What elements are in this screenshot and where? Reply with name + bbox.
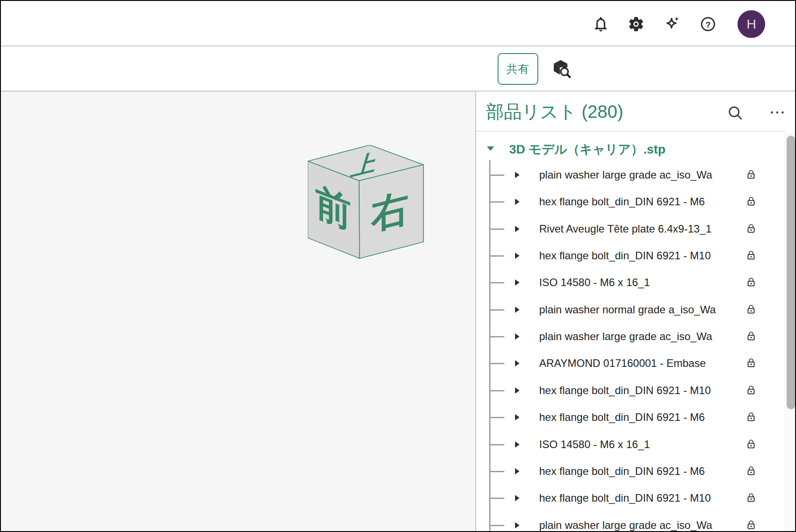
lock-icon[interactable]: [745, 276, 757, 288]
lock-icon[interactable]: [745, 223, 757, 235]
tree-row[interactable]: ISO 14580 - M6 x 16_1: [476, 431, 771, 458]
tree-row[interactable]: Rivet Aveugle Tête plate 6.4x9-13_1: [476, 216, 771, 242]
panel-count: (280): [582, 102, 623, 121]
help-icon[interactable]: ?: [699, 15, 717, 33]
lock-icon[interactable]: [745, 357, 757, 369]
expand-arrow-icon[interactable]: [515, 468, 519, 474]
lock-icon[interactable]: [745, 492, 757, 504]
expand-arrow-icon[interactable]: [515, 495, 519, 501]
tree-connector: [489, 282, 504, 283]
part-label: hex flange bolt_din_DIN 6921 - M10: [539, 249, 744, 264]
lock-icon[interactable]: [745, 411, 757, 423]
expand-arrow-icon[interactable]: [515, 279, 519, 286]
lock-icon[interactable]: [745, 249, 757, 262]
orientation-view-cube[interactable]: 上 前 右: [308, 145, 425, 259]
tree-connector: [489, 444, 504, 445]
tree-row[interactable]: plain washer normal grade a_iso_Wa: [476, 296, 771, 323]
settings-gear-icon[interactable]: [627, 15, 645, 33]
tree-connector: [489, 229, 504, 230]
tree-row[interactable]: hex flange bolt_din_DIN 6921 - M6: [476, 458, 771, 485]
lock-icon[interactable]: [745, 384, 757, 396]
tree-row[interactable]: plain washer large grade ac_iso_Wa: [476, 512, 771, 532]
tree-row[interactable]: hex flange bolt_din_DIN 6921 - M6: [476, 404, 771, 431]
tree-connector: [489, 201, 504, 203]
viewer-toolbar: 共有: [1, 46, 795, 91]
part-label: hex flange bolt_din_DIN 6921 - M6: [539, 465, 744, 479]
parts-list-panel: 部品リスト (280) 3D モデル（キャリア）.stp plain washe…: [476, 91, 796, 532]
panel-title: 部品リスト (280): [486, 100, 623, 124]
panel-title-text: 部品リスト: [486, 102, 577, 121]
tree-connector: [489, 525, 504, 526]
tree-row[interactable]: plain washer large grade ac_iso_Wa: [476, 162, 771, 188]
part-label: Rivet Aveugle Tête plate 6.4x9-13_1: [539, 223, 744, 237]
part-label: plain washer large grade ac_iso_Wa: [539, 519, 744, 532]
expand-arrow-icon[interactable]: [515, 172, 519, 178]
model-search-button[interactable]: [549, 58, 572, 80]
user-avatar[interactable]: H: [737, 10, 765, 38]
tree-row[interactable]: plain washer large grade ac_iso_Wa: [476, 323, 771, 350]
tree-row[interactable]: hex flange bolt_din_DIN 6921 - M10: [476, 377, 771, 404]
lock-icon[interactable]: [745, 465, 757, 477]
avatar-initial: H: [746, 17, 756, 32]
panel-scrollbar-thumb[interactable]: [787, 136, 795, 409]
panel-scrollbar-track[interactable]: [785, 133, 796, 532]
svg-text:?: ?: [705, 20, 711, 29]
cube-search-icon: [550, 58, 571, 79]
part-label: ARAYMOND 017160001 - Embase: [539, 357, 744, 371]
expand-arrow-icon[interactable]: [515, 307, 519, 313]
part-label: hex flange bolt_din_DIN 6921 - M6: [539, 195, 744, 210]
tree-connector: [489, 336, 504, 337]
ai-sparkle-icon[interactable]: [663, 15, 681, 33]
model-viewport[interactable]: 上 前 右: [1, 91, 476, 532]
lock-icon[interactable]: [745, 195, 757, 208]
lock-icon[interactable]: [745, 519, 757, 531]
expand-arrow-icon[interactable]: [515, 333, 519, 340]
part-label: ISO 14580 - M6 x 16_1: [539, 438, 744, 453]
lock-icon[interactable]: [745, 303, 757, 316]
tree-row[interactable]: hex flange bolt_din_DIN 6921 - M10: [476, 485, 771, 511]
tree-row[interactable]: hex flange bolt_din_DIN 6921 - M10: [476, 242, 771, 269]
share-button[interactable]: 共有: [498, 53, 538, 85]
tree-connector: [489, 363, 504, 364]
expand-arrow-icon[interactable]: [515, 253, 519, 259]
root-model-label: 3D モデル（キャリア）.stp: [509, 141, 666, 158]
expand-arrow-icon[interactable]: [515, 199, 519, 205]
lock-icon[interactable]: [745, 438, 757, 450]
tree-connector: [489, 417, 504, 418]
expand-arrow-icon[interactable]: [515, 522, 519, 528]
notifications-bell-icon[interactable]: [592, 15, 610, 33]
tree-row[interactable]: ISO 14580 - M6 x 16_1: [476, 269, 771, 296]
tree-connector: [489, 390, 504, 391]
tree-row[interactable]: hex flange bolt_din_DIN 6921 - M6: [476, 188, 771, 215]
panel-more-menu-icon[interactable]: [769, 108, 787, 116]
part-label: plain washer large grade ac_iso_Wa: [539, 169, 744, 183]
expand-arrow-icon[interactable]: [515, 360, 519, 366]
expand-arrow-icon[interactable]: [515, 414, 519, 420]
expand-arrow-icon[interactable]: [515, 387, 519, 394]
top-bar: ? H: [1, 1, 795, 46]
collapse-arrow-icon[interactable]: [487, 146, 494, 151]
expand-arrow-icon[interactable]: [515, 226, 519, 232]
app-window: ? H 共有: [0, 0, 796, 532]
part-label: plain washer normal grade a_iso_Wa: [539, 303, 744, 318]
part-label: hex flange bolt_din_DIN 6921 - M10: [539, 492, 744, 506]
tree-connector: [489, 255, 504, 257]
tree-row[interactable]: ARAYMOND 017160001 - Embase: [476, 350, 771, 377]
tree-connector: [489, 498, 504, 499]
search-parts-icon[interactable]: [726, 104, 744, 122]
panel-header-divider: [476, 131, 784, 132]
tree-root-row[interactable]: 3D モデル（キャリア）.stp: [476, 136, 796, 162]
lock-icon[interactable]: [745, 330, 757, 342]
expand-arrow-icon[interactable]: [515, 441, 519, 448]
part-label: hex flange bolt_din_DIN 6921 - M10: [539, 384, 744, 399]
lock-icon[interactable]: [745, 169, 757, 181]
part-label: hex flange bolt_din_DIN 6921 - M6: [539, 411, 744, 425]
tree-connector: [489, 471, 504, 472]
tree-connector: [489, 175, 504, 176]
tree-connector: [489, 309, 504, 311]
part-label: plain washer large grade ac_iso_Wa: [539, 330, 744, 345]
part-label: ISO 14580 - M6 x 16_1: [539, 276, 744, 291]
